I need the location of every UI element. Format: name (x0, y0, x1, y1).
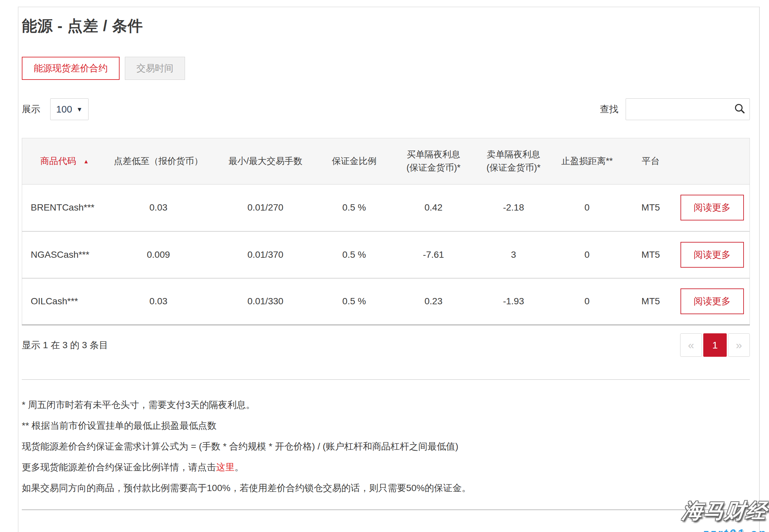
cell-platform: MT5 (627, 231, 675, 278)
cell-lots: 0.01/270 (210, 184, 321, 231)
column-header-swap-long-label: 买单隔夜利息 (387, 148, 480, 161)
column-header-symbol[interactable]: 商品代码▲ (22, 138, 107, 184)
page-length-select[interactable]: 100 ▼ (50, 98, 88, 120)
search-control: 查找 (600, 98, 750, 120)
cell-lots: 0.01/370 (210, 231, 321, 278)
column-header-swap-short[interactable]: 卖单隔夜利息 (保证金货币)* (480, 138, 547, 184)
column-header-platform[interactable]: 平台 (627, 138, 675, 184)
pagination-current-page[interactable]: 1 (703, 333, 727, 357)
pagination-next-button[interactable]: » (728, 333, 750, 357)
cell-swap-long: 0.23 (387, 278, 480, 325)
cell-symbol: NGASCash*** (22, 231, 107, 278)
cell-spread: 0.009 (107, 231, 210, 278)
here-link[interactable]: 这里 (216, 462, 235, 472)
cell-stop-distance: 0 (547, 184, 627, 231)
cell-symbol: BRENTCash*** (22, 184, 107, 231)
table-row-ngascash: NGASCash*** 0.009 0.01/370 0.5 % -7.61 3… (22, 231, 750, 278)
page-root: 能源 - 点差 / 条件 能源现货差价合约 交易时间 展示 100 ▼ 查找 (0, 0, 769, 532)
cell-actions: 阅读更多 (675, 184, 750, 231)
cell-stop-distance: 0 (547, 231, 627, 278)
column-header-swap-long-sub: (保证金货币)* (387, 161, 480, 174)
pagination: « 1 » (680, 333, 750, 357)
cell-spread: 0.03 (107, 278, 210, 325)
footnote-swap-3days: * 周五闭市时若有未平仓头寸，需要支付3天的隔夜利息。 (22, 400, 750, 410)
footnote-margin-details-text: 更多现货能源差价合约保证金比例详情，请点击 (22, 462, 216, 472)
cell-margin: 0.5 % (321, 184, 387, 231)
cell-platform: MT5 (627, 184, 675, 231)
footnote-stop-levels: ** 根据当前市价设置挂单的最低止损盈最低点数 (22, 420, 750, 431)
column-header-actions (675, 138, 750, 184)
cell-actions: 阅读更多 (675, 278, 750, 325)
cell-actions: 阅读更多 (675, 231, 750, 278)
column-header-swap-short-sub: (保证金货币)* (480, 161, 547, 174)
read-more-button[interactable]: 阅读更多 (681, 242, 744, 268)
read-more-button[interactable]: 阅读更多 (681, 195, 744, 220)
cell-swap-short: -1.93 (480, 278, 547, 325)
sort-ascending-icon: ▲ (83, 158, 89, 166)
column-header-symbol-label: 商品代码 (40, 156, 76, 166)
column-header-lots[interactable]: 最小/最大交易手数 (210, 138, 321, 184)
footnote-margin-formula: 现货能源差价合约保证金需求计算公式为 = (手数 * 合约规模 * 开仓价格) … (22, 441, 750, 452)
footnote-margin-details-suffix: 。 (235, 462, 244, 472)
search-icon (735, 104, 743, 112)
cell-symbol: OILCash*** (22, 278, 107, 325)
cell-margin: 0.5 % (321, 278, 387, 325)
table-header-row: 商品代码▲ 点差低至（报价货币） 最小/最大交易手数 保证金比例 买单隔夜利息 … (22, 138, 750, 184)
footnote-margin-details: 更多现货能源差价合约保证金比例详情，请点击这里。 (22, 462, 750, 473)
column-header-margin[interactable]: 保证金比例 (321, 138, 387, 184)
search-field-wrap (626, 98, 750, 120)
cell-platform: MT5 (627, 278, 675, 325)
table-footer: 显示 1 在 3 的 3 条目 « 1 » (22, 333, 750, 357)
page-length-value: 100 (56, 104, 72, 115)
watermark-site-url: zzrt01.cn (681, 527, 767, 532)
section-divider (22, 379, 750, 380)
tab-bar: 能源现货差价合约 交易时间 (22, 57, 750, 80)
column-header-stop-distance[interactable]: 止盈损距离** (547, 138, 627, 184)
chevron-down-icon: ▼ (76, 106, 83, 113)
cell-margin: 0.5 % (321, 231, 387, 278)
bottom-divider (22, 509, 750, 510)
cell-swap-short: 3 (480, 231, 547, 278)
main-content: 能源 - 点差 / 条件 能源现货差价合约 交易时间 展示 100 ▼ 查找 (22, 13, 750, 510)
cell-swap-long: 0.42 (387, 184, 480, 231)
cell-spread: 0.03 (107, 184, 210, 231)
search-label: 查找 (600, 103, 619, 116)
table-row-brentcash: BRENTCash*** 0.03 0.01/270 0.5 % 0.42 -2… (22, 184, 750, 231)
cell-lots: 0.01/330 (210, 278, 321, 325)
entries-info: 显示 1 在 3 的 3 条目 (22, 339, 108, 351)
cell-swap-long: -7.61 (387, 231, 480, 278)
footnotes: * 周五闭市时若有未平仓头寸，需要支付3天的隔夜利息。 ** 根据当前市价设置挂… (22, 400, 750, 493)
search-input[interactable] (626, 98, 750, 120)
cell-stop-distance: 0 (547, 278, 627, 325)
tab-energy-spot-cfd[interactable]: 能源现货差价合约 (22, 57, 119, 80)
instruments-table: 商品代码▲ 点差低至（报价货币） 最小/最大交易手数 保证金比例 买单隔夜利息 … (22, 138, 750, 325)
page-title: 能源 - 点差 / 条件 (22, 16, 750, 36)
tab-trading-hours[interactable]: 交易时间 (125, 57, 185, 80)
pagination-prev-button[interactable]: « (680, 333, 702, 357)
cell-swap-short: -2.18 (480, 184, 547, 231)
table-row-oilcash: OILCash*** 0.03 0.01/330 0.5 % 0.23 -1.9… (22, 278, 750, 325)
column-header-swap-long[interactable]: 买单隔夜利息 (保证金货币)* (387, 138, 480, 184)
footnote-hedged-margin: 如果交易同方向的商品，预付款比例需要高于100%，若使用差价合约锁仓交易的话，则… (22, 483, 750, 493)
table-controls: 展示 100 ▼ 查找 (22, 98, 750, 120)
show-label: 展示 (22, 103, 40, 116)
page-length-control: 展示 100 ▼ (22, 98, 88, 120)
column-header-swap-short-label: 卖单隔夜利息 (480, 148, 547, 161)
read-more-button[interactable]: 阅读更多 (681, 288, 744, 314)
column-header-spread[interactable]: 点差低至（报价货币） (107, 138, 210, 184)
